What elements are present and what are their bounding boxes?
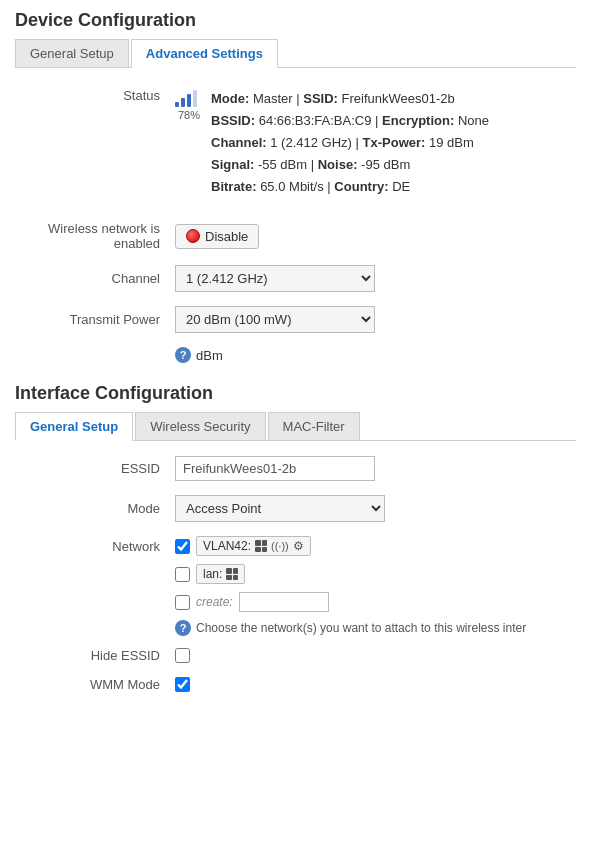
wireless-icon: ((·)) xyxy=(271,540,289,552)
page-wrapper: Device Configuration General Setup Advan… xyxy=(0,0,591,853)
tab-mac-filter[interactable]: MAC-Filter xyxy=(268,412,360,440)
signal-pct: 78% xyxy=(178,109,200,121)
lan-squares-icon xyxy=(226,568,238,580)
noise-label: Noise: xyxy=(318,157,358,172)
wmm-mode-row: WMM Mode xyxy=(15,677,576,692)
signal-icon xyxy=(175,90,197,107)
channel-row: Channel 1 (2.412 GHz) xyxy=(15,265,576,292)
device-config-tabs: General Setup Advanced Settings xyxy=(15,39,576,68)
mode-label-field: Mode xyxy=(15,501,175,516)
wireless-enabled-row: Wireless network is enabled Disable xyxy=(15,221,576,251)
tab-general-setup[interactable]: General Setup xyxy=(15,39,129,67)
lan-checkbox[interactable] xyxy=(175,567,190,582)
tab-advanced-settings[interactable]: Advanced Settings xyxy=(131,39,278,68)
country-value: DE xyxy=(392,179,410,194)
lan-badge: lan: xyxy=(196,564,245,584)
network-label: Network xyxy=(15,536,175,554)
dbm-help-icon[interactable]: ? xyxy=(175,347,191,363)
network-help-note: ? Choose the network(s) you want to atta… xyxy=(175,620,576,636)
hide-essid-checkbox[interactable] xyxy=(175,648,190,663)
encryption-label: Encryption: xyxy=(382,113,454,128)
network-items: VLAN42: ((·)) ⚙ xyxy=(175,536,329,612)
vlan42-checkbox[interactable] xyxy=(175,539,190,554)
signal-db-label: Signal: xyxy=(211,157,254,172)
interface-config-title: Interface Configuration xyxy=(15,383,576,404)
bitrate-value: 65.0 Mbit/s xyxy=(260,179,324,194)
dbm-unit: dBm xyxy=(196,348,223,363)
essid-row: ESSID xyxy=(15,456,576,481)
transmit-power-select[interactable]: 20 dBm (100 mW) xyxy=(175,306,375,333)
mode-row: Mode Access Point xyxy=(15,495,576,522)
channel-status-label: Channel: xyxy=(211,135,267,150)
channel-select[interactable]: 1 (2.412 GHz) xyxy=(175,265,375,292)
mode-label: Mode: xyxy=(211,91,249,106)
network-item-create: create: xyxy=(175,592,329,612)
status-label: Status xyxy=(15,88,175,103)
squares-icon xyxy=(255,540,267,552)
bssid-label: BSSID: xyxy=(211,113,255,128)
disable-button[interactable]: Disable xyxy=(175,224,259,249)
status-info: Mode: Master | SSID: FreifunkWees01-2b B… xyxy=(211,88,489,198)
country-label: Country: xyxy=(334,179,388,194)
mode-select[interactable]: Access Point xyxy=(175,495,385,522)
tab-iface-general[interactable]: General Setup xyxy=(15,412,133,441)
bitrate-label: Bitrate: xyxy=(211,179,257,194)
interface-config-tabs: General Setup Wireless Security MAC-Filt… xyxy=(15,412,576,441)
network-help-text: Choose the network(s) you want to attach… xyxy=(196,621,526,635)
gear-icon: ⚙ xyxy=(293,539,304,553)
encryption-value: None xyxy=(458,113,489,128)
hide-essid-row: Hide ESSID xyxy=(15,648,576,663)
network-row: Network VLAN42: ((·)) ⚙ xyxy=(15,536,576,612)
transmit-power-row: Transmit Power 20 dBm (100 mW) xyxy=(15,306,576,333)
device-config-title: Device Configuration xyxy=(15,10,576,31)
dbm-row: ? dBm xyxy=(175,347,576,363)
channel-label: Channel xyxy=(15,271,175,286)
txpower-label: Tx-Power: xyxy=(363,135,426,150)
mode-value: Master xyxy=(253,91,293,106)
network-item-vlan42: VLAN42: ((·)) ⚙ xyxy=(175,536,329,556)
disable-button-label: Disable xyxy=(205,229,248,244)
wireless-enabled-label: Wireless network is enabled xyxy=(15,221,175,251)
vlan42-label: VLAN42: xyxy=(203,539,251,553)
lan-label: lan: xyxy=(203,567,222,581)
create-checkbox[interactable] xyxy=(175,595,190,610)
essid-input[interactable] xyxy=(175,456,375,481)
transmit-power-label: Transmit Power xyxy=(15,312,175,327)
wmm-mode-checkbox[interactable] xyxy=(175,677,190,692)
tab-wireless-security[interactable]: Wireless Security xyxy=(135,412,265,440)
txpower-value: 19 dBm xyxy=(429,135,474,150)
vlan42-badge: VLAN42: ((·)) ⚙ xyxy=(196,536,311,556)
network-item-lan: lan: xyxy=(175,564,329,584)
create-input[interactable] xyxy=(239,592,329,612)
signal-db-value: -55 dBm xyxy=(258,157,307,172)
noise-value: -95 dBm xyxy=(361,157,410,172)
wmm-mode-label: WMM Mode xyxy=(15,677,175,692)
status-section: Status 78% Mode: Master | SSID: xyxy=(15,83,576,203)
ssid-label: SSID: xyxy=(303,91,338,106)
hide-essid-label: Hide ESSID xyxy=(15,648,175,663)
channel-status-value: 1 (2.412 GHz) xyxy=(270,135,352,150)
create-label: create: xyxy=(196,595,233,609)
network-help-icon[interactable]: ? xyxy=(175,620,191,636)
ssid-value: FreifunkWees01-2b xyxy=(342,91,455,106)
essid-label: ESSID xyxy=(15,461,175,476)
red-circle-icon xyxy=(186,229,200,243)
bssid-value: 64:66:B3:FA:BA:C9 xyxy=(259,113,372,128)
